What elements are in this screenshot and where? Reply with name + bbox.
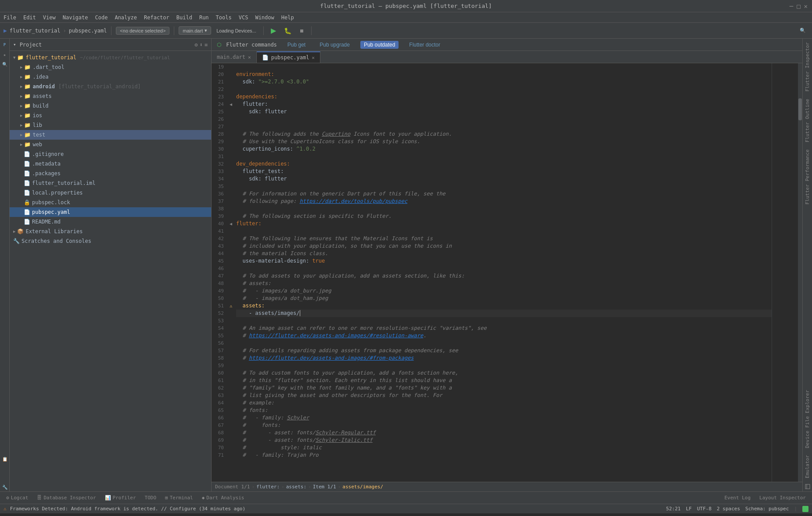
tree-web[interactable]: ▶ 📁 web: [10, 140, 211, 149]
project-settings-icon[interactable]: ⚙: [194, 42, 198, 48]
tree-metadata[interactable]: 📄 .metadata: [10, 159, 211, 169]
pub-get-btn[interactable]: Pub get: [284, 41, 309, 49]
project-dropdown-icon[interactable]: ▾: [13, 42, 16, 47]
stop-btn[interactable]: ⏹: [297, 27, 307, 34]
vertical-scrollbar[interactable]: [798, 63, 802, 482]
code-line-29: # Use with the CupertinoIcons class for …: [236, 138, 772, 145]
menu-item-edit[interactable]: Edit: [23, 14, 36, 21]
tree-build[interactable]: ▶ 📁 build: [10, 101, 211, 111]
debug-btn[interactable]: 🐛: [281, 26, 294, 35]
status-right: 52:21 LF UTF-8 2 spaces Schema: pubspec …: [666, 506, 808, 512]
favorites-icon[interactable]: ★: [0, 50, 9, 59]
indent-info[interactable]: 2 spaces: [717, 506, 740, 512]
code-line-56: [236, 339, 772, 347]
project-filter-icon[interactable]: ≡: [205, 42, 208, 48]
tab-pubspec-yaml-close[interactable]: ✕: [312, 55, 315, 61]
tree-readme[interactable]: 📄 README.md: [10, 217, 211, 227]
menu-item-analyze[interactable]: Analyze: [115, 14, 137, 21]
tree-lib[interactable]: ▶ 📁 lib: [10, 120, 211, 130]
dart-analysis-tab[interactable]: ◆ Dart Analysis: [199, 494, 247, 502]
flutter-performance-tab[interactable]: Flutter Performance: [803, 146, 812, 208]
flutter-outline-tab[interactable]: Flutter Outline: [803, 95, 812, 146]
project-view-icon[interactable]: P: [0, 40, 9, 49]
run-btn[interactable]: ▶: [268, 25, 279, 36]
tree-scratches[interactable]: 🔧 Scratches and Consoles: [10, 236, 211, 246]
fold-icon-flutter[interactable]: ◀: [227, 101, 234, 108]
schema-info[interactable]: Schema: pubspec: [745, 506, 789, 512]
find-icon[interactable]: 🔍: [0, 60, 9, 69]
project-scroll-icon[interactable]: ⬇: [200, 42, 203, 48]
code-line-45: uses-material-design: true: [236, 257, 772, 265]
tree-iml[interactable]: 📄 flutter_tutorial.iml: [10, 178, 211, 188]
code-line-58: # https://flutter.dev/assets-and-images/…: [236, 354, 772, 362]
tree-external-libraries[interactable]: ▶ 📦 External Libraries: [10, 227, 211, 236]
emulator-tab[interactable]: Emulator: [803, 451, 812, 482]
code-content[interactable]: environment: sdk: ">=2.7.0 <3.0.0" depen…: [234, 63, 772, 482]
memory-icon[interactable]: [802, 506, 808, 512]
database-inspector-tab[interactable]: 🗄 Database Inspector: [34, 494, 98, 502]
breadcrumb-item[interactable]: Item 1/1: [313, 484, 336, 490]
pub-outdated-btn[interactable]: Pub outdated: [360, 41, 399, 49]
menu-item-run[interactable]: Run: [199, 14, 209, 21]
tree-gitignore[interactable]: 📄 .gitignore: [10, 149, 211, 159]
menu-item-help[interactable]: Help: [281, 14, 294, 21]
tree-idea[interactable]: ▶ 📁 .idea: [10, 72, 211, 82]
menu-item-navigate[interactable]: Navigate: [63, 14, 88, 21]
resource-manager-icon[interactable]: 📋: [0, 455, 9, 463]
tab-pubspec-yaml[interactable]: 📄 pubspec.yaml ✕: [257, 51, 320, 63]
code-line-71: # - family: Trajan Pro: [236, 451, 772, 459]
tree-local-properties[interactable]: 📄 local.properties: [10, 188, 211, 198]
tree-pubspec-yaml[interactable]: 📄 pubspec.yaml: [10, 207, 211, 217]
sidebar-toggle-icon[interactable]: [803, 482, 812, 491]
menu-item-file[interactable]: File: [4, 14, 16, 21]
build-variants-icon[interactable]: 🔧: [0, 483, 9, 491]
toolbar-file[interactable]: pubspec.yaml: [69, 28, 107, 34]
event-log-tab[interactable]: Event Log: [722, 494, 753, 502]
pub-upgrade-btn[interactable]: Pub upgrade: [316, 41, 353, 49]
layout-inspector-tab[interactable]: Layout Inspector: [757, 494, 808, 502]
menu-item-vcs[interactable]: VCS: [239, 14, 248, 21]
tree-dart-tool[interactable]: ▶ 📁 .dart_tool: [10, 62, 211, 72]
toolbar-sep-3: [263, 26, 264, 35]
menu-item-code[interactable]: Code: [95, 14, 108, 21]
menu-item-refactor[interactable]: Refactor: [144, 14, 169, 21]
logcat-tab[interactable]: ⚙ Logcat: [4, 494, 31, 502]
breadcrumb-assets[interactable]: assets:: [286, 484, 306, 490]
breadcrumb-images[interactable]: assets/images/: [342, 484, 383, 490]
menu-item-tools[interactable]: Tools: [216, 14, 232, 21]
tree-assets[interactable]: ▶ 📁 assets: [10, 91, 211, 101]
device-select-btn[interactable]: <no device selected>: [116, 27, 169, 35]
menu-item-window[interactable]: Window: [255, 14, 274, 21]
search-everywhere-btn[interactable]: 🔍: [797, 27, 808, 34]
line-numbers: 19 20 21 22 23 24 25 26 27 28 29 30 31 3…: [212, 63, 227, 482]
tree-pubspec-lock[interactable]: 🔒 pubspec.lock: [10, 198, 211, 207]
tree-packages[interactable]: 📄 .packages: [10, 169, 211, 178]
flutter-inspector-tab[interactable]: Flutter Inspector: [803, 39, 812, 95]
maximize-btn[interactable]: □: [797, 3, 800, 10]
cursor-position[interactable]: 52:21: [666, 506, 681, 512]
menu-item-build[interactable]: Build: [176, 14, 192, 21]
tree-root[interactable]: ▼ 📁 flutter_tutorial ~/code/flutter/flut…: [10, 53, 211, 62]
breadcrumb-flutter[interactable]: flutter:: [256, 484, 280, 490]
device-file-explorer-tab[interactable]: Device File Explorer: [803, 386, 812, 451]
fold-icon-40[interactable]: ◀: [227, 220, 234, 227]
flutter-doctor-btn[interactable]: Flutter doctor: [406, 41, 444, 49]
tab-main-dart[interactable]: main.dart ✕: [212, 51, 257, 63]
tab-main-dart-close[interactable]: ✕: [248, 54, 251, 60]
project-name[interactable]: flutter_tutorial: [10, 28, 61, 34]
main-dart-btn[interactable]: main.dart ▾: [179, 26, 211, 35]
menu-item-view[interactable]: View: [43, 14, 56, 21]
loading-devices-btn[interactable]: Loading Devices...: [214, 27, 259, 34]
profiler-tab[interactable]: 📊 Profiler: [102, 494, 139, 502]
tree-test[interactable]: ▶ 📁 test: [10, 130, 211, 140]
close-btn[interactable]: ✕: [804, 3, 808, 10]
line-ending[interactable]: LF: [686, 506, 692, 512]
todo-tab[interactable]: TODO: [142, 494, 159, 502]
terminal-label: Terminal: [170, 495, 193, 501]
tree-android[interactable]: ▶ 📁 android [flutter_tutorial_android]: [10, 82, 211, 91]
scrollbar-thumb[interactable]: [798, 98, 802, 120]
tree-ios[interactable]: ▶ 📁 ios: [10, 111, 211, 120]
minimize-btn[interactable]: ─: [790, 3, 793, 10]
terminal-tab[interactable]: ⊞ Terminal: [162, 494, 196, 502]
encoding[interactable]: UTF-8: [697, 506, 711, 512]
